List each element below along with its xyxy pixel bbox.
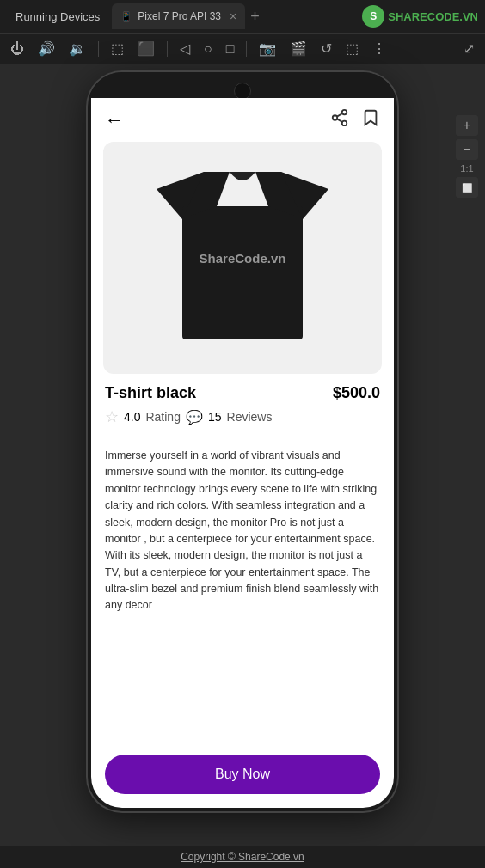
toolbar-separator-1 — [98, 41, 99, 57]
product-title: T-shirt black — [105, 384, 196, 402]
home-nav-button[interactable]: ○ — [200, 40, 216, 58]
toolbar-separator-2 — [167, 41, 168, 57]
share-icon[interactable] — [330, 108, 349, 131]
toolbar-separator-3 — [246, 41, 247, 57]
zoom-out-button[interactable]: − — [456, 139, 478, 160]
reviews-icon: 💬 — [186, 409, 203, 425]
copyright-footer: Copyright © ShareCode.vn — [0, 846, 485, 868]
volume-down-button[interactable]: 🔉 — [65, 39, 89, 58]
product-image-container: ShareCode.vn — [103, 142, 382, 374]
svg-point-0 — [342, 110, 347, 114]
back-nav-button[interactable]: ◁ — [176, 39, 193, 58]
svg-line-3 — [337, 119, 342, 122]
zoom-screen-button[interactable]: ⬜ — [456, 177, 478, 198]
buy-button-container: Buy Now — [91, 744, 394, 808]
logo-icon: S — [362, 5, 384, 28]
video-button[interactable]: 🎬 — [286, 39, 310, 58]
content-divider — [105, 437, 380, 437]
rating-row: ☆ 4.0 Rating 💬 15 Reviews — [91, 407, 394, 433]
running-devices-title: Running Devices — [7, 10, 108, 23]
reviews-count: 15 — [208, 410, 222, 424]
volume-up-button[interactable]: 🔊 — [34, 39, 58, 58]
product-description: Immerse yourself in a world of vibrant v… — [91, 441, 394, 744]
logo-text: SHARECODE.VN — [388, 10, 478, 23]
product-info: T-shirt black $500.0 — [91, 374, 394, 407]
phone-notch — [88, 72, 397, 98]
recent-nav-button[interactable]: □ — [223, 40, 238, 58]
tab-phone-icon: 📱 — [120, 11, 132, 22]
device-tab[interactable]: 📱 Pixel 7 Pro API 33 × — [112, 3, 245, 29]
svg-point-1 — [333, 115, 338, 120]
product-image — [157, 163, 328, 352]
tab-label: Pixel 7 Pro API 33 — [138, 10, 221, 22]
rating-label: Rating — [145, 410, 180, 424]
tab-close-button[interactable]: × — [230, 9, 236, 23]
rating-value: 4.0 — [124, 410, 140, 424]
reviews-label: Reviews — [227, 410, 273, 424]
bookmark-icon[interactable] — [361, 108, 380, 131]
zoom-label: 1:1 — [460, 163, 473, 174]
rotate-button[interactable]: ⬚ — [107, 39, 127, 58]
product-price: $500.0 — [333, 384, 380, 402]
phone-screen: ← — [91, 98, 394, 808]
svg-line-4 — [337, 113, 342, 117]
fullscreen-button[interactable]: ⤢ — [460, 39, 478, 58]
star-icon: ☆ — [105, 407, 119, 426]
toolbar: ⏻ 🔊 🔉 ⬚ ⬛ ◁ ○ □ 📷 🎬 ↺ ⬚ ⋮ ⤢ — [0, 33, 485, 64]
fold-button[interactable]: ⬛ — [134, 39, 158, 58]
camera-notch — [234, 83, 251, 100]
buy-now-button[interactable]: Buy Now — [105, 755, 380, 794]
top-bar: Running Devices 📱 Pixel 7 Pro API 33 × +… — [0, 0, 485, 33]
more-button[interactable]: ⬚ — [342, 39, 362, 58]
camera-button[interactable]: 📷 — [255, 39, 279, 58]
phone-bezel: ← — [88, 72, 397, 811]
svg-rect-7 — [182, 206, 303, 339]
new-tab-button[interactable]: + — [250, 8, 260, 26]
rotate-screen-button[interactable]: ↺ — [317, 39, 335, 58]
device-area: ← — [0, 64, 485, 868]
overflow-button[interactable]: ⋮ — [369, 39, 390, 58]
svg-point-2 — [342, 121, 347, 126]
zoom-in-button[interactable]: + — [456, 115, 478, 136]
header-icons — [330, 108, 380, 131]
app-header: ← — [91, 98, 394, 142]
power-button[interactable]: ⏻ — [7, 40, 28, 58]
logo-area: S SHARECODE.VN — [362, 5, 478, 28]
back-button[interactable]: ← — [105, 109, 124, 131]
